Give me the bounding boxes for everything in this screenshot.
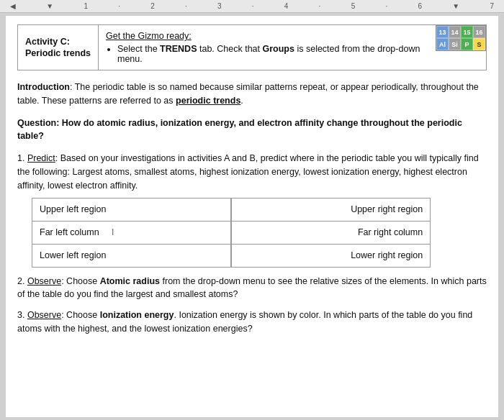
far-left-cell[interactable]: Far left column I [32, 222, 232, 245]
ruler-mark: ▼ [46, 2, 53, 10]
instruction-text: Select the TRENDS tab. Check that Groups… [117, 44, 420, 64]
observe-label-2: Observe [27, 276, 61, 286]
periodic-table-grid: 13 14 15 16 Al Si P S [436, 25, 486, 51]
pt-cell-si: Si [449, 38, 461, 50]
instruction-item: Select the TRENDS tab. Check that Groups… [117, 44, 428, 64]
pt-cell-13: 13 [436, 26, 449, 38]
ruler-mark: · [185, 2, 187, 10]
predict-label: Predict [27, 153, 55, 163]
introduction-section: Introduction: The periodic table is so n… [17, 81, 487, 108]
table-row: Far left column I Far right column [32, 222, 431, 245]
ruler-mark: 2 [150, 2, 155, 10]
item-1-text: 1. Predict: Based on your investigations… [17, 153, 479, 191]
ruler-mark: ◀ [10, 2, 16, 10]
lower-left-cell[interactable]: Lower left region [32, 244, 232, 267]
ruler-mark: · [385, 2, 387, 10]
activity-c-label: Activity C: [25, 37, 91, 47]
get-ready-label: Get the Gizmo ready: [106, 31, 428, 41]
pt-cell-15: 15 [461, 26, 473, 38]
item-1: 1. Predict: Based on your investigations… [17, 152, 487, 268]
periodic-trends-term: periodic trends [176, 96, 240, 106]
ruler-mark: 5 [351, 2, 356, 10]
predict-table: Upper left region Upper right region Far… [32, 198, 431, 267]
question-text: Question: How do atomic radius, ionizati… [17, 118, 462, 142]
pt-cell-p: P [461, 38, 473, 50]
lower-right-cell[interactable]: Lower right region [231, 244, 431, 267]
ruler-mark: 1 [84, 2, 88, 10]
upper-right-cell[interactable]: Upper right region [231, 198, 431, 222]
ruler: ◀ ▼ 1 · 2 · 3 · 4 · 5 · 6 ▼ 7 [0, 0, 504, 13]
ruler-mark: · [319, 2, 321, 10]
activity-instructions: Get the Gizmo ready: Select the TRENDS t… [99, 25, 436, 70]
intro-label: Introduction: The periodic table is so n… [17, 82, 479, 106]
item-3-text: 3. Observe: Choose Ionization energy. Io… [17, 310, 472, 334]
ruler-mark: · [252, 2, 254, 10]
ruler-mark: ▼ [452, 2, 459, 10]
ruler-mark: 3 [217, 2, 222, 10]
mini-periodic-table: 13 14 15 16 Al Si P S [436, 25, 486, 70]
periodic-trends-label: Periodic trends [25, 48, 91, 58]
activity-label: Activity C: Periodic trends [18, 25, 99, 70]
ruler-mark: 6 [418, 2, 422, 10]
ruler-mark: 7 [490, 2, 494, 10]
table-row: Lower left region Lower right region [32, 244, 431, 267]
table-row: Upper left region Upper right region [32, 198, 431, 222]
page-container: Activity C: Periodic trends Get the Gizm… [6, 16, 498, 417]
pt-cell-16: 16 [473, 26, 485, 38]
item-3: 3. Observe: Choose Ionization energy. Io… [17, 309, 487, 336]
far-right-cell[interactable]: Far right column [231, 222, 431, 245]
observe-label-3: Observe [27, 310, 61, 320]
ruler-marks: ◀ ▼ 1 · 2 · 3 · 4 · 5 · 6 ▼ 7 [3, 2, 501, 10]
pt-cell-al: Al [436, 38, 449, 50]
question-section: Question: How do atomic radius, ionizati… [17, 117, 487, 144]
pt-cell-s: S [473, 38, 485, 50]
pt-cell-14: 14 [449, 26, 461, 38]
item-2: 2. Observe: Choose Atomic radius from th… [17, 275, 487, 302]
item-2-text: 2. Observe: Choose Atomic radius from th… [17, 276, 487, 300]
upper-left-cell[interactable]: Upper left region [32, 198, 232, 222]
ruler-mark: 4 [284, 2, 289, 10]
activity-header: Activity C: Periodic trends Get the Gizm… [17, 24, 487, 70]
ruler-mark: · [118, 2, 120, 10]
